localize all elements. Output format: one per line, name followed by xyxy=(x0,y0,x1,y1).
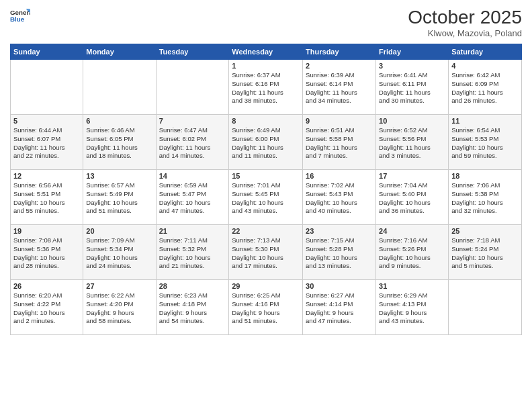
page-header: General Blue October 2025 Klwow, Mazovia… xyxy=(10,7,522,38)
calendar-cell: 13Sunrise: 6:57 AMSunset: 5:49 PMDayligh… xyxy=(83,170,156,225)
calendar-table: Sunday Monday Tuesday Wednesday Thursday… xyxy=(10,44,522,335)
day-number: 29 xyxy=(232,282,300,290)
day-number: 28 xyxy=(159,282,226,290)
day-number: 30 xyxy=(306,282,373,290)
calendar-cell: 6Sunrise: 6:46 AMSunset: 6:05 PMDaylight… xyxy=(83,115,156,170)
day-info: Sunrise: 6:39 AMSunset: 6:14 PMDaylight:… xyxy=(306,71,373,105)
calendar-cell: 31Sunrise: 6:29 AMSunset: 4:13 PMDayligh… xyxy=(376,280,449,335)
day-number: 12 xyxy=(13,172,80,180)
day-info: Sunrise: 7:13 AMSunset: 5:30 PMDaylight:… xyxy=(232,236,300,271)
svg-text:Blue: Blue xyxy=(10,15,25,23)
day-number: 7 xyxy=(159,117,226,125)
calendar-page: General Blue October 2025 Klwow, Mazovia… xyxy=(0,0,532,411)
day-number: 6 xyxy=(86,117,152,125)
day-info: Sunrise: 7:08 AMSunset: 5:36 PMDaylight:… xyxy=(13,236,80,271)
col-thursday: Thursday xyxy=(303,44,376,60)
calendar-cell: 1Sunrise: 6:37 AMSunset: 6:16 PMDaylight… xyxy=(229,60,303,115)
day-info: Sunrise: 6:52 AMSunset: 5:56 PMDaylight:… xyxy=(379,126,445,161)
week-row-3: 12Sunrise: 6:56 AMSunset: 5:51 PMDayligh… xyxy=(11,170,522,225)
day-info: Sunrise: 7:16 AMSunset: 5:26 PMDaylight:… xyxy=(379,236,445,271)
calendar-cell: 17Sunrise: 7:04 AMSunset: 5:40 PMDayligh… xyxy=(376,170,449,225)
day-number: 9 xyxy=(306,117,373,125)
calendar-cell: 21Sunrise: 7:11 AMSunset: 5:32 PMDayligh… xyxy=(156,225,229,280)
day-info: Sunrise: 6:20 AMSunset: 4:22 PMDaylight:… xyxy=(13,291,80,326)
calendar-cell: 28Sunrise: 6:23 AMSunset: 4:18 PMDayligh… xyxy=(156,280,229,335)
calendar-cell: 30Sunrise: 6:27 AMSunset: 4:14 PMDayligh… xyxy=(303,280,376,335)
calendar-cell: 14Sunrise: 6:59 AMSunset: 5:47 PMDayligh… xyxy=(156,170,229,225)
calendar-cell: 27Sunrise: 6:22 AMSunset: 4:20 PMDayligh… xyxy=(83,280,156,335)
calendar-cell: 19Sunrise: 7:08 AMSunset: 5:36 PMDayligh… xyxy=(11,225,83,280)
header-row: Sunday Monday Tuesday Wednesday Thursday… xyxy=(11,44,522,60)
calendar-cell: 7Sunrise: 6:47 AMSunset: 6:02 PMDaylight… xyxy=(156,115,229,170)
day-info: Sunrise: 6:44 AMSunset: 6:07 PMDaylight:… xyxy=(13,126,80,161)
calendar-cell: 10Sunrise: 6:52 AMSunset: 5:56 PMDayligh… xyxy=(376,115,449,170)
day-info: Sunrise: 6:54 AMSunset: 5:53 PMDaylight:… xyxy=(451,126,519,161)
calendar-body: 1Sunrise: 6:37 AMSunset: 6:16 PMDaylight… xyxy=(11,60,522,335)
logo: General Blue xyxy=(10,7,30,27)
day-number: 20 xyxy=(86,227,152,235)
day-info: Sunrise: 6:42 AMSunset: 6:09 PMDaylight:… xyxy=(451,71,519,105)
month-title: October 2025 xyxy=(408,7,522,28)
day-info: Sunrise: 7:11 AMSunset: 5:32 PMDaylight:… xyxy=(159,236,226,271)
day-number: 24 xyxy=(379,227,445,235)
calendar-cell: 23Sunrise: 7:15 AMSunset: 5:28 PMDayligh… xyxy=(303,225,376,280)
calendar-cell: 2Sunrise: 6:39 AMSunset: 6:14 PMDaylight… xyxy=(303,60,376,115)
day-number: 15 xyxy=(232,172,300,180)
col-monday: Monday xyxy=(83,44,156,60)
calendar-cell: 9Sunrise: 6:51 AMSunset: 5:58 PMDaylight… xyxy=(303,115,376,170)
calendar-cell: 4Sunrise: 6:42 AMSunset: 6:09 PMDaylight… xyxy=(449,60,522,115)
day-number: 18 xyxy=(451,172,519,180)
calendar-cell: 15Sunrise: 7:01 AMSunset: 5:45 PMDayligh… xyxy=(229,170,303,225)
col-sunday: Sunday xyxy=(11,44,83,60)
day-number: 26 xyxy=(13,282,80,290)
day-info: Sunrise: 6:22 AMSunset: 4:20 PMDaylight:… xyxy=(86,291,152,326)
day-info: Sunrise: 6:37 AMSunset: 6:16 PMDaylight:… xyxy=(232,71,300,105)
day-number: 25 xyxy=(451,227,519,235)
week-row-5: 26Sunrise: 6:20 AMSunset: 4:22 PMDayligh… xyxy=(11,280,522,335)
day-number: 10 xyxy=(379,117,445,125)
day-info: Sunrise: 6:57 AMSunset: 5:49 PMDaylight:… xyxy=(86,181,152,216)
day-number: 1 xyxy=(232,62,300,70)
day-number: 16 xyxy=(306,172,373,180)
calendar-cell: 26Sunrise: 6:20 AMSunset: 4:22 PMDayligh… xyxy=(11,280,83,335)
day-number: 4 xyxy=(451,62,519,70)
calendar-cell: 20Sunrise: 7:09 AMSunset: 5:34 PMDayligh… xyxy=(83,225,156,280)
day-number: 14 xyxy=(159,172,226,180)
title-block: October 2025 Klwow, Mazovia, Poland xyxy=(408,7,522,38)
day-info: Sunrise: 6:51 AMSunset: 5:58 PMDaylight:… xyxy=(306,126,373,161)
day-number: 2 xyxy=(306,62,373,70)
day-info: Sunrise: 6:49 AMSunset: 6:00 PMDaylight:… xyxy=(232,126,300,161)
day-info: Sunrise: 7:02 AMSunset: 5:43 PMDaylight:… xyxy=(306,181,373,216)
col-wednesday: Wednesday xyxy=(229,44,303,60)
calendar-header: Sunday Monday Tuesday Wednesday Thursday… xyxy=(11,44,522,60)
col-friday: Friday xyxy=(376,44,449,60)
calendar-cell: 5Sunrise: 6:44 AMSunset: 6:07 PMDaylight… xyxy=(11,115,83,170)
calendar-cell: 3Sunrise: 6:41 AMSunset: 6:11 PMDaylight… xyxy=(376,60,449,115)
calendar-cell: 29Sunrise: 6:25 AMSunset: 4:16 PMDayligh… xyxy=(229,280,303,335)
col-saturday: Saturday xyxy=(449,44,522,60)
day-info: Sunrise: 7:15 AMSunset: 5:28 PMDaylight:… xyxy=(306,236,373,271)
day-info: Sunrise: 7:18 AMSunset: 5:24 PMDaylight:… xyxy=(451,236,519,271)
day-info: Sunrise: 6:23 AMSunset: 4:18 PMDaylight:… xyxy=(159,291,226,326)
calendar-cell xyxy=(156,60,229,115)
day-number: 22 xyxy=(232,227,300,235)
day-info: Sunrise: 6:56 AMSunset: 5:51 PMDaylight:… xyxy=(13,181,80,216)
day-number: 31 xyxy=(379,282,445,290)
calendar-cell: 25Sunrise: 7:18 AMSunset: 5:24 PMDayligh… xyxy=(449,225,522,280)
day-info: Sunrise: 6:46 AMSunset: 6:05 PMDaylight:… xyxy=(86,126,152,161)
day-number: 19 xyxy=(13,227,80,235)
day-number: 23 xyxy=(306,227,373,235)
day-number: 27 xyxy=(86,282,152,290)
day-info: Sunrise: 7:04 AMSunset: 5:40 PMDaylight:… xyxy=(379,181,445,216)
calendar-cell: 24Sunrise: 7:16 AMSunset: 5:26 PMDayligh… xyxy=(376,225,449,280)
day-number: 5 xyxy=(13,117,80,125)
day-info: Sunrise: 6:29 AMSunset: 4:13 PMDaylight:… xyxy=(379,291,445,326)
day-info: Sunrise: 7:06 AMSunset: 5:38 PMDaylight:… xyxy=(451,181,519,216)
day-number: 21 xyxy=(159,227,226,235)
calendar-cell xyxy=(83,60,156,115)
day-number: 17 xyxy=(379,172,445,180)
calendar-cell: 22Sunrise: 7:13 AMSunset: 5:30 PMDayligh… xyxy=(229,225,303,280)
day-info: Sunrise: 7:09 AMSunset: 5:34 PMDaylight:… xyxy=(86,236,152,271)
calendar-cell: 11Sunrise: 6:54 AMSunset: 5:53 PMDayligh… xyxy=(449,115,522,170)
day-info: Sunrise: 6:25 AMSunset: 4:16 PMDaylight:… xyxy=(232,291,300,326)
